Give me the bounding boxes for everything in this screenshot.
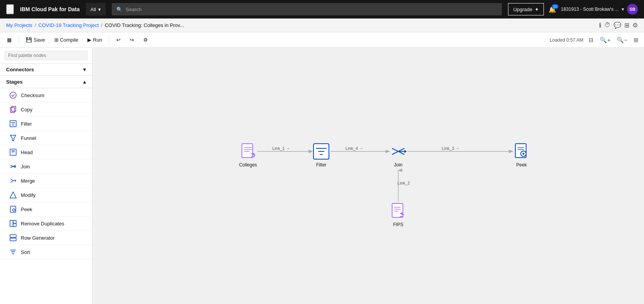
divider-1 [18,35,19,45]
zoom-out-button[interactable]: 🔍− [614,35,630,45]
save-button[interactable]: 💾 Save [22,35,49,45]
upgrade-icon: ✦ [535,7,539,12]
sidebar-item-copy[interactable]: Copy [0,102,92,117]
redo-button[interactable]: ↪ [126,35,138,45]
sidebar-item-join[interactable]: Join [0,160,92,174]
merge-label: Merge [21,178,35,184]
search-input[interactable] [126,7,497,12]
svg-rect-1 [10,107,15,113]
svg-point-0 [10,92,16,98]
upgrade-label: Upgrade [513,7,532,12]
colleges-label: Colleges [239,162,257,168]
palette-icon: ▦ [7,37,12,43]
svg-rect-22 [13,223,16,227]
fit-to-screen-button[interactable]: ⊞ [631,35,641,45]
fips-node-label: FIPS [393,222,404,227]
sidebar-item-row-generator[interactable]: Row Generator [0,231,92,245]
sort-icon [9,248,17,256]
top-nav-right: Upgrade ✦ 🔔 22 1831913 - Scott Brokaw's … [508,3,638,15]
checksum-label: Checksum [21,92,44,98]
breadcrumb: My Projects / COVID-19 Tracking Project … [0,18,644,32]
toolbar-right: Loaded 0:57 AM ⊟ 🔍+ 🔍− ⊞ [550,35,641,45]
sort-label: Sort [21,249,30,255]
stages-label: Stages [6,79,23,85]
sidebar-item-peek[interactable]: Peek [0,202,92,217]
merge-icon [9,177,17,185]
zoom-in-button[interactable]: 🔍+ [597,35,613,45]
undo-button[interactable]: ↩ [112,35,124,45]
search-bar[interactable]: 🔍 [112,3,502,15]
node-peek[interactable]: Peek [512,142,531,168]
loaded-text: Loaded 0:57 AM [550,37,583,43]
join-node-icon [389,142,408,161]
sidebar-item-checksum[interactable]: Checksum [0,88,92,102]
stages-section-header[interactable]: Stages ▴ [0,76,92,88]
chevron-down-icon: ▾ [83,67,86,72]
avatar: SB [627,4,638,15]
join-node-label: Join [394,162,402,168]
node-fips[interactable]: FIPS [389,202,408,227]
breadcrumb-my-projects[interactable]: My Projects [6,22,32,28]
comment-icon[interactable]: 💬 [614,22,621,29]
modify-label: Modify [21,192,35,198]
top-nav: ☰ IBM Cloud Pak for Data All ▾ 🔍 Upgrade… [0,0,644,18]
link-label-4: Link_4 → [345,146,363,151]
peek-node-label: Peek [516,162,527,168]
sidebar-search-area [0,48,92,64]
user-menu[interactable]: 1831913 - Scott Brokaw's ... ▾ SB [561,4,638,15]
gear-icon: ⚙ [143,37,148,43]
canvas-controls: ⊟ 🔍+ 🔍− ⊞ [586,35,641,45]
svg-marker-17 [10,192,16,198]
remove-duplicates-label: Remove Duplicates [21,221,64,227]
sidebar-item-head[interactable]: Head [0,145,92,160]
history-icon[interactable]: ⏱ [604,22,610,29]
head-label: Head [21,149,33,155]
run-label: Run [93,37,102,43]
svg-line-13 [10,179,13,181]
pipeline-settings-button[interactable]: ⚙ [139,35,152,45]
compile-button[interactable]: ⊞ Compile [50,35,82,45]
redo-icon: ↪ [130,37,134,43]
remove-duplicates-icon [9,220,17,227]
node-filter[interactable]: Filter [312,142,330,168]
copy-icon [9,106,17,113]
palette-toggle-button[interactable]: ▦ [3,35,15,45]
funnel-icon [9,134,17,142]
sidebar-item-funnel[interactable]: Funnel [0,131,92,145]
palette-search-input[interactable] [5,51,87,60]
user-label: 1831913 - Scott Brokaw's ... [561,7,619,12]
sidebar-item-sort[interactable]: Sort [0,245,92,259]
sidebar-item-modify[interactable]: Modify [0,188,92,202]
peek-node-icon [512,142,531,161]
sidebar-item-merge[interactable]: Merge [0,174,92,188]
row-generator-label: Row Generator [21,235,55,241]
breadcrumb-sep-1: / [35,22,36,28]
search-icon: 🔍 [116,7,122,12]
hamburger-menu[interactable]: ☰ [6,4,14,14]
node-join[interactable]: Join [389,142,408,168]
sidebar-item-filter[interactable]: Filter [0,117,92,131]
canvas[interactable]: Link_1 → Link_4 → Link_3 → Link_2 Colleg… [92,48,644,304]
filter-node-icon [312,142,330,161]
grid-icon[interactable]: ⊞ [624,22,629,29]
colleges-icon [239,142,257,161]
info-icon[interactable]: ℹ [599,22,601,29]
upgrade-button[interactable]: Upgrade ✦ [508,3,544,15]
svg-rect-8 [10,149,16,155]
chevron-down-icon: ▾ [98,7,101,12]
connectors-section-header[interactable]: Connectors ▾ [0,64,92,76]
svg-rect-35 [242,144,253,158]
svg-point-50 [523,153,525,155]
svg-rect-2 [12,106,16,111]
table-view-button[interactable]: ⊟ [586,35,596,45]
row-generator-icon [9,234,17,242]
scope-dropdown[interactable]: All ▾ [86,3,106,15]
settings-icon[interactable]: ⚙ [632,22,638,29]
svg-line-14 [10,181,13,183]
breadcrumb-project[interactable]: COVID-19 Tracking Project [39,22,99,28]
sidebar-item-remove-duplicates[interactable]: Remove Duplicates [0,217,92,231]
node-colleges[interactable]: Colleges [239,142,257,168]
modify-icon [9,191,17,199]
run-button[interactable]: ▶ Run [84,35,106,45]
notifications-button[interactable]: 🔔 22 [548,6,556,13]
